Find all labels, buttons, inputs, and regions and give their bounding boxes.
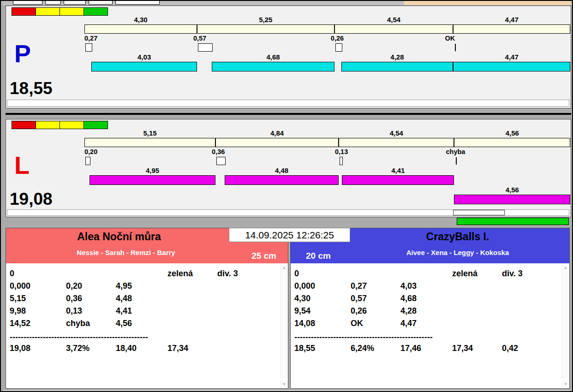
segment-bar [334, 24, 454, 34]
segment-bar [215, 138, 339, 147]
segment-bar [453, 24, 570, 34]
result-cell: 9,98 [10, 306, 66, 316]
jump-height: 25 cm [251, 251, 276, 261]
cross-time-label: 0,36 [212, 148, 225, 155]
rerun-indicator-box [453, 210, 505, 215]
result-row: 9,980,134,41 [10, 306, 281, 319]
traffic-light-2 [60, 7, 84, 16]
run-time-bar [225, 175, 339, 185]
separator-row: ----------------------------------------… [294, 331, 562, 344]
result-cell: 0 [10, 269, 66, 279]
cross-time-label: 0,27 [84, 35, 97, 42]
scroll-up-icon[interactable]: ▲ [282, 265, 286, 270]
scroll-up-icon[interactable]: ▲ [564, 265, 568, 270]
results-table-left: 0zelenádiv. 30,0000,204,955,150,364,489,… [6, 263, 281, 388]
result-row: 19,083,72%18,4017,34 [10, 344, 281, 356]
segment-time-label: 4,56 [454, 129, 570, 137]
scroll-down-icon[interactable]: ▼ [564, 382, 568, 386]
segment-bar [84, 138, 215, 147]
result-cell: 0,20 [66, 281, 116, 291]
cross-time-indicator [85, 157, 90, 165]
cross-time-label: 0,26 [331, 35, 344, 42]
result-cell: 4,03 [400, 281, 452, 291]
window-tab[interactable] [13, 1, 42, 5]
result-row: 0zelenádiv. 3 [10, 269, 281, 281]
cross-time-indicator [85, 43, 92, 52]
result-row: 4,300,574,68 [294, 294, 562, 306]
window-tab[interactable] [64, 1, 86, 5]
scroll-down-icon[interactable]: ▼ [282, 382, 286, 386]
team-name: CrazyBalls I. [346, 231, 569, 243]
traffic-light-0 [12, 7, 36, 16]
traffic-light-1 [36, 121, 60, 129]
window-tab[interactable] [45, 1, 61, 5]
team-name: Alea Noční můra [6, 231, 232, 243]
result-row: 0,0000,204,95 [10, 281, 281, 294]
run-time-label: 4,03 [91, 53, 197, 61]
window-top-right-strip [404, 1, 571, 5]
cross-time-label: 0,57 [193, 35, 206, 42]
result-row: 0,0000,274,03 [294, 281, 562, 294]
result-cell: 5,15 [10, 294, 66, 303]
result-row: 14,08OK4,47 [294, 319, 562, 331]
result-cell: 18,40 [116, 344, 167, 353]
result-cell: OK [351, 319, 400, 328]
traffic-light-1 [36, 7, 60, 16]
result-cell: 0 [294, 269, 351, 279]
result-cell: 0,36 [66, 294, 116, 303]
cross-time-indicator [340, 157, 343, 165]
lane-divider [6, 113, 571, 115]
result-cell: div. 3 [502, 269, 562, 279]
window-tab[interactable] [115, 1, 160, 5]
result-cell: 4,28 [400, 306, 452, 316]
result-cell: 3,72% [66, 344, 116, 353]
run-time-bar [212, 62, 334, 71]
rerun-time-label: 4,56 [454, 186, 570, 194]
cross-time-label: 0,13 [335, 148, 348, 155]
lane-total-time-l: 19,08 [10, 190, 53, 208]
cross-time-indicator [335, 43, 342, 52]
result-row: 5,150,364,48 [10, 294, 281, 306]
result-cell: 0,000 [10, 281, 66, 291]
result-cell: 4,41 [116, 306, 167, 316]
run-time-label: 4,41 [342, 166, 454, 174]
result-cell: 19,08 [10, 344, 66, 353]
traffic-light-2 [60, 121, 84, 129]
traffic-light-0 [12, 121, 36, 129]
separator-row: ----------------------------------------… [10, 331, 281, 344]
result-cell: 4,47 [400, 319, 452, 328]
segment-time-label: 4,84 [215, 129, 339, 137]
result-cell: 0,27 [351, 281, 400, 291]
result-row: 0zelenádiv. 3 [294, 269, 562, 281]
run-time-label: 4,47 [453, 53, 570, 61]
segment-time-label: 4,54 [339, 129, 454, 137]
scrollbar[interactable]: ▲ ▼ [281, 264, 287, 388]
result-cell: chyba [66, 319, 116, 328]
cross-time-label: chyba [446, 148, 465, 155]
result-cell: 18,55 [294, 344, 351, 353]
lane-total-time-p: 18,55 [10, 80, 53, 97]
segment-time-label: 5,15 [84, 129, 215, 137]
segment-bar [84, 24, 197, 34]
result-cell: 4,56 [116, 319, 167, 328]
result-cell: 0,26 [351, 306, 400, 316]
scrollbar[interactable]: ▲ ▼ [562, 264, 569, 388]
cross-time-label: OK [445, 35, 455, 42]
segment-time-label: 4,47 [453, 16, 570, 24]
lane-progress-strip [7, 100, 569, 107]
rerun-time-bar [454, 195, 570, 204]
result-cell: zelená [452, 269, 502, 279]
result-cell: 6,24% [351, 344, 400, 353]
result-cell: 4,95 [116, 281, 167, 291]
lane-progress-strip [7, 209, 569, 216]
cross-time-label: 0,20 [84, 148, 97, 155]
segment-time-label: 5,25 [197, 16, 334, 24]
segment-bar [197, 24, 334, 34]
lane-track-l: 5,150,204,954,840,364,484,540,134,414,56… [84, 119, 570, 217]
run-time-label: 4,48 [225, 166, 339, 174]
team-members: Aivee - Xena - Leggy - Kokoska [346, 249, 569, 256]
timestamp: 14.09.2025 12:26:25 [229, 228, 350, 242]
window-tab[interactable] [89, 1, 113, 5]
result-cell: 0,42 [502, 344, 562, 353]
fault-tick-mark [455, 44, 456, 51]
